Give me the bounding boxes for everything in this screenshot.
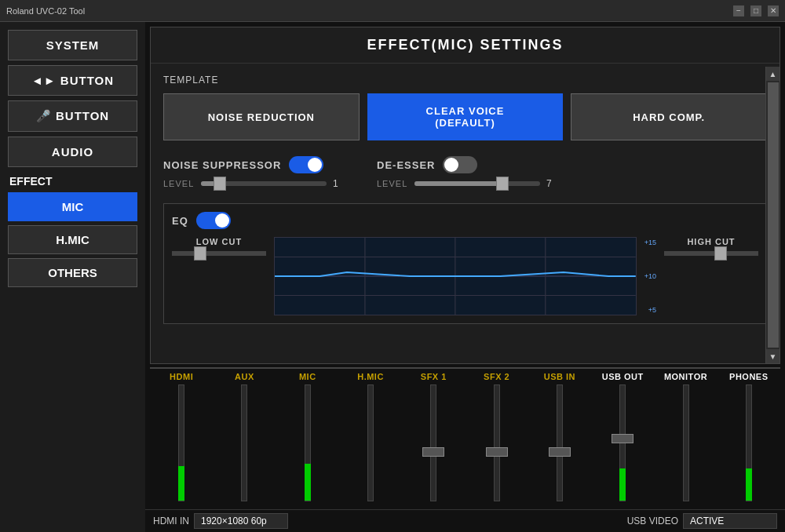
usb-video-value: ACTIVE	[683, 513, 777, 529]
hdmi-in-value: 1920×1080 60p	[194, 513, 288, 529]
eq-header: EQ	[172, 212, 758, 229]
scrollbar: ▲ ▼	[765, 67, 780, 363]
window-controls: − □ ✕	[733, 5, 779, 16]
eq-toggle[interactable]	[196, 212, 231, 229]
fader-handle-usbout[interactable]	[612, 434, 633, 443]
noise-suppressor-toggle[interactable]	[289, 156, 323, 173]
fader-track-mic	[305, 384, 311, 501]
channel-monitor-label: MONITOR	[664, 372, 707, 381]
fader-track-sfx1	[430, 384, 436, 501]
mixer-channels: HDMI AUX	[150, 369, 780, 505]
channel-sfx1-fader	[419, 384, 447, 501]
fader-handle-sfx1[interactable]	[422, 447, 444, 457]
noise-suppressor-slider-label: LEVEL	[163, 179, 195, 188]
scroll-thumb[interactable]	[768, 82, 779, 348]
fader-level-hdmi	[178, 466, 184, 501]
clear-voice-button[interactable]: CLEAR VOICE(DEFAULT)	[367, 93, 564, 140]
scroll-down-button[interactable]: ▼	[766, 349, 780, 363]
system-button[interactable]: SYSTEM	[8, 30, 137, 60]
maximize-button[interactable]: □	[750, 5, 761, 16]
fader-track-phones	[746, 384, 752, 501]
channel-mic: MIC	[276, 372, 339, 501]
audio-button[interactable]: AUDIO	[8, 137, 137, 167]
low-cut-handle[interactable]	[194, 246, 206, 261]
eq-controls: LOW CUT	[172, 237, 758, 315]
close-button[interactable]: ✕	[768, 5, 779, 16]
fader-handle-usbin[interactable]	[549, 447, 571, 457]
channel-aux-fader	[230, 384, 258, 501]
noise-reduction-button[interactable]: NOISE REDUCTION	[163, 93, 360, 140]
channel-usbout-fader	[608, 384, 637, 501]
channel-hmic-fader	[356, 384, 385, 501]
channel-mic-fader	[294, 384, 322, 501]
channel-phones-fader	[735, 384, 763, 501]
channel-hmic: H.MIC	[339, 372, 402, 501]
fader-level-phones	[746, 468, 752, 501]
high-cut-label: HIGH CUT	[687, 237, 735, 246]
usb-video-label: USB VIDEO	[627, 516, 678, 527]
status-bar: HDMI IN 1920×1080 60p USB VIDEO ACTIVE	[145, 509, 785, 532]
title-bar: Roland UVC-02 Tool − □ ✕	[0, 0, 785, 22]
channel-sfx2-fader	[483, 384, 511, 501]
others-effect-button[interactable]: OTHERS	[8, 258, 137, 287]
channel-usbout: USB OUT	[591, 372, 654, 501]
eq-graph	[274, 237, 637, 315]
noise-suppressor-value: 1	[333, 178, 345, 189]
app-title: Roland UVC-02 Tool	[6, 6, 85, 16]
de-esser-slider-label: LEVEL	[377, 179, 408, 188]
de-esser-toggle[interactable]	[443, 156, 477, 173]
channel-hdmi-label: HDMI	[170, 372, 193, 381]
noise-suppressor-knob	[308, 158, 322, 172]
noise-suppressor-slider-row: LEVEL 1	[163, 178, 345, 189]
mixer-bar: HDMI AUX	[150, 367, 780, 505]
fader-track-aux	[241, 384, 247, 501]
scroll-up-button[interactable]: ▲	[766, 67, 780, 81]
eq-db-10: +10	[644, 272, 656, 280]
channel-phones-label: PHONES	[729, 372, 768, 381]
channel-mic-label: MIC	[299, 372, 316, 381]
mic-effect-button[interactable]: MIC	[8, 192, 137, 221]
channel-sfx1-label: SFX 1	[421, 372, 447, 381]
channel-sfx1: SFX 1	[402, 372, 465, 501]
channel-sfx2: SFX 2	[465, 372, 528, 501]
panel-body: TEMPLATE NOISE REDUCTION CLEAR VOICE(DEF…	[151, 64, 780, 360]
de-esser-fill	[414, 181, 502, 186]
de-esser-slider-row: LEVEL 7	[377, 178, 559, 189]
de-esser-group: DE-ESSER LEVEL 7	[377, 156, 559, 189]
minimize-button[interactable]: −	[733, 5, 744, 16]
content-area: EFFECT(MIC) SETTINGS TEMPLATE NOISE REDU…	[145, 22, 785, 532]
mic-button[interactable]: 🎤 BUTTON	[8, 100, 137, 132]
eq-db-labels: +15 +10 +5	[644, 237, 656, 315]
channel-usbin-fader	[546, 384, 574, 501]
effect-section: EFFECT MIC H.MIC OTHERS	[8, 175, 137, 291]
high-cut-slider[interactable]	[664, 251, 758, 256]
channel-hmic-label: H.MIC	[357, 372, 384, 381]
hdmi-in-label: HDMI IN	[153, 516, 189, 527]
eq-db-5: +5	[644, 306, 656, 314]
low-cut-slider[interactable]	[172, 251, 266, 256]
template-label: TEMPLATE	[163, 75, 767, 86]
effect-label: EFFECT	[8, 175, 137, 188]
hmic-effect-button[interactable]: H.MIC	[8, 225, 137, 254]
channel-hdmi-fader	[167, 384, 195, 501]
channel-usbin: USB IN	[528, 372, 591, 501]
prev-next-button[interactable]: ◄► BUTTON	[8, 65, 137, 96]
fader-level-usbout	[619, 468, 626, 501]
hard-comp-button[interactable]: HARD COMP.	[571, 93, 767, 140]
channel-usbout-label: USB OUT	[602, 372, 644, 381]
high-cut-handle[interactable]	[714, 246, 727, 261]
fader-track-usbout	[619, 384, 626, 501]
de-esser-handle[interactable]	[496, 177, 509, 191]
fader-track-usbin	[557, 384, 563, 501]
noise-suppressor-handle[interactable]	[214, 177, 226, 191]
fader-handle-sfx2[interactable]	[486, 447, 508, 457]
channel-aux: AUX	[213, 372, 276, 501]
noise-suppressor-track	[201, 181, 327, 186]
template-buttons: NOISE REDUCTION CLEAR VOICE(DEFAULT) HAR…	[163, 93, 767, 140]
de-esser-track	[414, 181, 540, 186]
eq-db-15: +15	[644, 239, 656, 246]
channel-usbin-label: USB IN	[544, 372, 575, 381]
panel-title: EFFECT(MIC) SETTINGS	[151, 27, 780, 64]
fader-level-mic	[305, 464, 311, 501]
fader-track-hmic	[367, 384, 374, 501]
